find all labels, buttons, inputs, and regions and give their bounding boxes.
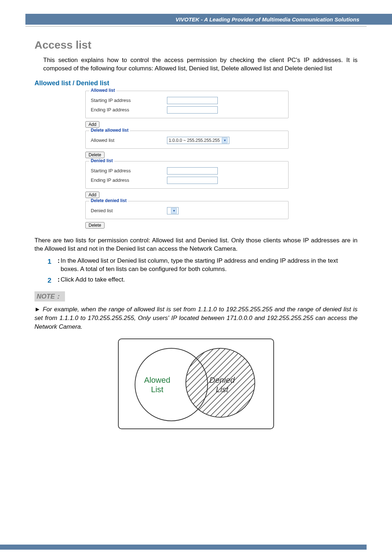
diagram-denied-label: DeniedList <box>209 376 235 395</box>
header-banner: VIVOTEK - A Leading Provider of Multimed… <box>0 14 392 25</box>
delete-allowed-fieldset: Delete allowed list Allowed list 1.0.0.0… <box>85 131 289 149</box>
note-label: NOTE： <box>34 291 65 301</box>
denied-start-input[interactable] <box>167 167 218 175</box>
steps-list: 1 ： In the Allowed list or Denied list c… <box>48 257 358 285</box>
chevron-down-icon: ▾ <box>171 208 177 214</box>
intro-paragraph: This section explains how to control the… <box>43 56 358 73</box>
delete-denied-fieldset: Delete denied list Denied list ▾ <box>85 201 289 219</box>
delete-denied-select[interactable]: ▾ <box>167 207 179 214</box>
denied-add-button[interactable]: Add <box>85 192 99 198</box>
allowed-end-label: Ending IP address <box>91 107 167 112</box>
allowed-start-input[interactable] <box>167 97 218 104</box>
delete-allowed-button[interactable]: Delete <box>85 152 105 158</box>
allowed-list-fieldset: Allowed list Starting IP address Ending … <box>85 91 289 118</box>
denied-list-fieldset: Denied list Starting IP address Ending I… <box>85 161 289 189</box>
step-item: 1 ： In the Allowed list or Denied list c… <box>48 257 358 274</box>
step-colon: ： <box>56 276 61 285</box>
venn-diagram: AlowedList DeniedList <box>34 338 358 429</box>
page-title: Access list <box>34 39 358 51</box>
diagram-allowed-label: AlowedList <box>144 376 170 395</box>
step-number: 1 <box>48 257 56 274</box>
delete-allowed-label: Allowed list <box>91 138 167 143</box>
explanation-paragraph: There are two lists for permission contr… <box>34 237 358 253</box>
step-item: 2 ： Click Add to take effect. <box>48 276 358 285</box>
note-body: ► For example, when the range of allowed… <box>34 305 358 331</box>
denied-end-label: Ending IP address <box>91 177 167 183</box>
allowed-list-legend: Allowed list <box>89 88 117 93</box>
allowed-start-label: Starting IP address <box>91 98 167 103</box>
access-list-form: Allowed list Starting IP address Ending … <box>85 91 289 231</box>
footer-band <box>0 545 392 550</box>
allowed-add-button[interactable]: Add <box>85 121 99 128</box>
step-text: In the Allowed list or Denied list colum… <box>61 257 358 274</box>
allowed-end-input[interactable] <box>167 106 218 114</box>
denied-list-legend: Denied list <box>89 158 114 163</box>
delete-denied-button[interactable]: Delete <box>85 222 105 229</box>
step-colon: ： <box>56 257 61 274</box>
delete-allowed-select-value: 1.0.0.0 ~ 255.255.255.255 <box>169 138 220 143</box>
step-number: 2 <box>48 276 56 285</box>
delete-denied-label: Denied list <box>91 208 167 213</box>
delete-allowed-legend: Delete allowed list <box>89 128 130 133</box>
chevron-down-icon: ▾ <box>222 138 228 143</box>
step-text: Click Add to take effect. <box>61 276 358 285</box>
section-heading: Allowed list / Denied list <box>34 79 358 87</box>
denied-start-label: Starting IP address <box>91 168 167 173</box>
header-banner-text: VIVOTEK - A Leading Provider of Multimed… <box>176 16 359 22</box>
denied-end-input[interactable] <box>167 177 218 184</box>
delete-allowed-select[interactable]: 1.0.0.0 ~ 255.255.255.255 ▾ <box>167 137 229 144</box>
venn-svg <box>119 339 275 430</box>
delete-denied-legend: Delete denied list <box>89 198 128 203</box>
